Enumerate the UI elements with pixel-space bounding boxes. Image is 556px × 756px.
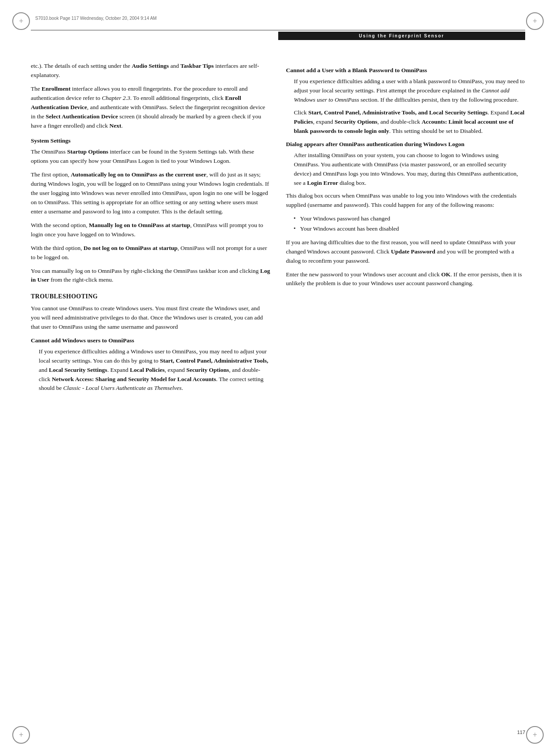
manual-logon-para: You can manually log on to OmniPass by r… (31, 267, 270, 285)
cannot-add-windows-title: Cannot add Windows users to OmniPass (31, 336, 270, 345)
content-area: etc.). The details of each setting under… (31, 62, 525, 396)
left-column: etc.). The details of each setting under… (31, 62, 270, 396)
top-rule (31, 30, 525, 30)
difficulties-para: If you are having difficulties due to th… (286, 238, 526, 266)
intro-para: etc.). The details of each setting under… (31, 62, 270, 80)
corner-bl-decoration (12, 726, 30, 744)
system-settings-para: The OmniPass Startup Options interface c… (31, 147, 270, 166)
enter-new-para: Enter the new password to your Windows u… (286, 270, 526, 289)
enrollment-para: The Enrollment interface allows you to e… (31, 84, 270, 131)
troubleshooting-title: TROUBLESHOOTING (31, 292, 270, 301)
dialog-appears-para: After installing OmniPass on your system… (286, 151, 526, 188)
corner-tr-decoration (526, 12, 544, 30)
filename-label: S7010.book Page 117 Wednesday, October 2… (35, 16, 157, 21)
page: S7010.book Page 117 Wednesday, October 2… (0, 0, 556, 756)
reasons-list: Your Windows password has changed Your W… (286, 214, 526, 234)
page-number: 117 (517, 730, 525, 735)
troubleshooting-para: You cannot use OmniPass to create Window… (31, 304, 270, 332)
first-option-para: The first option, Automatically log on t… (31, 170, 270, 217)
bullet-item-1: Your Windows password has changed (294, 214, 526, 224)
corner-tl-decoration (12, 12, 30, 30)
corner-br-decoration (526, 726, 544, 744)
section-header: Using the Fingerprint Sensor (278, 32, 526, 40)
second-option-para: With the second option, Manually log on … (31, 221, 270, 239)
cannot-add-blank-steps: Click Start, Control Panel, Administrati… (286, 108, 526, 136)
cannot-add-blank-title: Cannot add a User with a Blank Password … (286, 66, 526, 75)
right-column: Cannot add a User with a Blank Password … (286, 62, 526, 396)
dialog-occurs-para: This dialog box occurs when OmniPass was… (286, 191, 526, 210)
third-option-para: With the third option, Do not log on to … (31, 244, 270, 262)
bullet-item-2: Your Windows account has been disabled (294, 224, 526, 234)
cannot-add-blank-para: If you experience difficulties adding a … (286, 77, 526, 105)
cannot-add-windows-para: If you experience difficulties adding a … (31, 347, 270, 393)
top-meta: S7010.book Page 117 Wednesday, October 2… (35, 16, 521, 21)
system-settings-title: System Settings (31, 136, 270, 146)
dialog-appears-title: Dialog appears after OmniPass authentica… (286, 140, 526, 149)
